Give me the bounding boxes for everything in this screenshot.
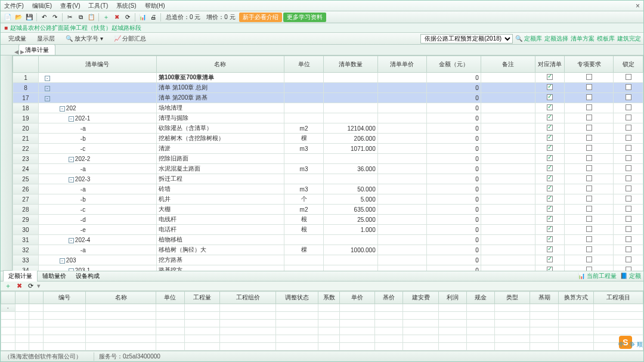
col-hdr[interactable]: 对应清单 — [535, 56, 564, 73]
checkbox[interactable] — [586, 165, 592, 171]
table-row[interactable]: 24-a水泥混凝土路面m336.0000 — [13, 164, 643, 174]
lower-add-icon[interactable]: ＋ — [3, 281, 13, 291]
checkbox[interactable] — [626, 236, 631, 242]
table-row[interactable]: 31-202-4植物移植0 — [13, 235, 643, 245]
checkbox[interactable] — [586, 256, 592, 262]
lower-tab-equip[interactable]: 设备构成 — [71, 271, 104, 281]
lower-col-hdr[interactable]: 规金 — [466, 292, 494, 304]
checkbox[interactable] — [626, 165, 631, 171]
checkbox[interactable] — [586, 175, 592, 181]
checkbox[interactable] — [547, 206, 553, 212]
checkbox[interactable] — [626, 246, 631, 252]
checkbox[interactable] — [547, 196, 553, 202]
checkbox[interactable] — [626, 226, 631, 232]
building-link[interactable]: 建筑完定 — [617, 35, 641, 43]
show-level-btn[interactable]: 显示层 — [32, 33, 60, 44]
checkbox[interactable] — [586, 145, 592, 151]
checkbox[interactable] — [626, 216, 631, 222]
lower-col-hdr[interactable]: 建安费 — [403, 292, 438, 304]
checkbox[interactable] — [547, 74, 553, 80]
checkbox[interactable] — [626, 125, 631, 131]
checkbox[interactable] — [626, 175, 631, 181]
checkbox[interactable] — [547, 185, 553, 191]
checkbox[interactable] — [547, 84, 553, 90]
col-hdr[interactable] — [13, 56, 39, 73]
checkbox[interactable] — [626, 256, 631, 262]
template-lib-link[interactable]: 模板库 — [597, 35, 615, 43]
lower-col-hdr[interactable]: 类型 — [495, 292, 530, 304]
checkbox[interactable] — [626, 104, 631, 110]
checkbox[interactable] — [626, 145, 631, 151]
table-row[interactable]: 22-c清淤m31071.0000 — [13, 144, 643, 154]
table-row[interactable]: 34-203-1路基挖方0 — [13, 265, 643, 271]
expand-icon[interactable]: - — [69, 177, 74, 182]
quota-lib-link[interactable]: 🔍 定额库 — [515, 35, 542, 43]
checkbox[interactable] — [547, 115, 553, 120]
table-row[interactable]: 29-d电线杆根25.0000 — [13, 215, 643, 225]
lower-col-hdr[interactable]: 工程量 — [184, 292, 219, 304]
col-hdr[interactable]: 清单数量 — [324, 56, 378, 73]
expand-icon[interactable]: - — [45, 76, 50, 81]
report-icon[interactable]: 📊 — [138, 13, 147, 22]
basis-dropdown[interactable]: 依据公路工程预算定额(2018) — [420, 34, 513, 44]
table-row[interactable]: 25-202-3拆迁工程0 — [13, 174, 643, 184]
checkbox[interactable] — [586, 135, 592, 141]
table-row[interactable]: 18-202场地清理0 — [13, 103, 643, 113]
checkbox[interactable] — [547, 256, 553, 262]
expand-icon[interactable]: - — [69, 157, 74, 162]
checkbox[interactable] — [547, 94, 553, 100]
lower-tab-quota[interactable]: 定额计量 — [3, 270, 38, 282]
lower-grid[interactable]: 编号名称单位工程量工程组价调整状态系数单价基价建安费利润规金类型基期换算方式工程… — [1, 291, 643, 351]
menu-tools[interactable]: 工具(T) — [88, 2, 108, 10]
checkbox[interactable] — [586, 216, 592, 222]
completion-amount-btn[interactable]: 完成量 — [3, 33, 32, 44]
checkbox[interactable] — [586, 125, 592, 131]
checkbox[interactable] — [586, 84, 592, 90]
expand-icon[interactable]: - — [69, 238, 74, 243]
checkbox[interactable] — [626, 267, 631, 271]
lower-col-hdr[interactable]: 工程项目 — [593, 292, 643, 304]
redo-icon[interactable]: ↷ — [50, 13, 60, 22]
add-icon[interactable]: ＋ — [101, 13, 111, 22]
current-qty-link[interactable]: 📊 当前工程量 — [578, 272, 617, 280]
table-row[interactable]: 8-清单 第100章 总则0 — [13, 83, 643, 93]
menu-edit[interactable]: 编辑(E) — [32, 2, 52, 10]
lower-col-hdr[interactable]: 基期 — [530, 292, 558, 304]
list-plan-link[interactable]: 清单方案 — [571, 35, 595, 43]
col-hdr[interactable]: 备注 — [481, 56, 535, 73]
checkbox[interactable] — [547, 236, 553, 242]
table-row[interactable]: 21-b挖桩树木（含挖除树根）棵206.0000 — [13, 134, 643, 144]
lower-col-hdr[interactable]: 工程组价 — [219, 292, 276, 304]
checkbox[interactable] — [586, 246, 592, 252]
lower-col-hdr[interactable]: 名称 — [85, 292, 156, 304]
print-icon[interactable]: 🖨 — [148, 13, 158, 22]
checkbox[interactable] — [547, 125, 553, 131]
col-hdr[interactable]: 金额（元） — [427, 56, 481, 73]
checkbox[interactable] — [586, 94, 592, 100]
table-row[interactable]: 1-第100章至700章清单0 — [13, 73, 643, 83]
font-zoom-btn[interactable]: 🔍 放大字号 ▾ — [60, 33, 109, 44]
undo-icon[interactable]: ↶ — [39, 13, 49, 22]
open-icon[interactable]: 📂 — [14, 13, 23, 22]
checkbox[interactable] — [626, 135, 631, 141]
copy-icon[interactable]: ⧉ — [76, 13, 85, 22]
checkbox[interactable] — [547, 226, 553, 232]
menu-system[interactable]: 系统(S) — [116, 2, 136, 10]
checkbox[interactable] — [626, 206, 631, 212]
col-hdr[interactable]: 清单编号 — [38, 56, 156, 73]
lower-col-hdr[interactable]: 系数 — [318, 292, 340, 304]
tutorial-button[interactable]: 新手必看介绍 — [239, 13, 282, 22]
quota-link[interactable]: 📘 定额 — [620, 272, 641, 280]
checkbox[interactable] — [586, 155, 592, 161]
expand-icon[interactable]: - — [45, 96, 50, 101]
checkbox[interactable] — [586, 185, 592, 191]
lower-col-hdr[interactable]: 编号 — [43, 292, 85, 304]
learn-more-button[interactable]: 更多学习资料 — [283, 13, 326, 22]
paste-icon[interactable]: 📋 — [86, 13, 96, 22]
lower-col-hdr[interactable] — [29, 292, 44, 304]
lower-col-hdr[interactable] — [15, 292, 29, 304]
checkbox[interactable] — [547, 216, 553, 222]
checkbox[interactable] — [586, 206, 592, 212]
close-icon[interactable]: × — [636, 2, 640, 10]
checkbox[interactable] — [586, 104, 592, 110]
